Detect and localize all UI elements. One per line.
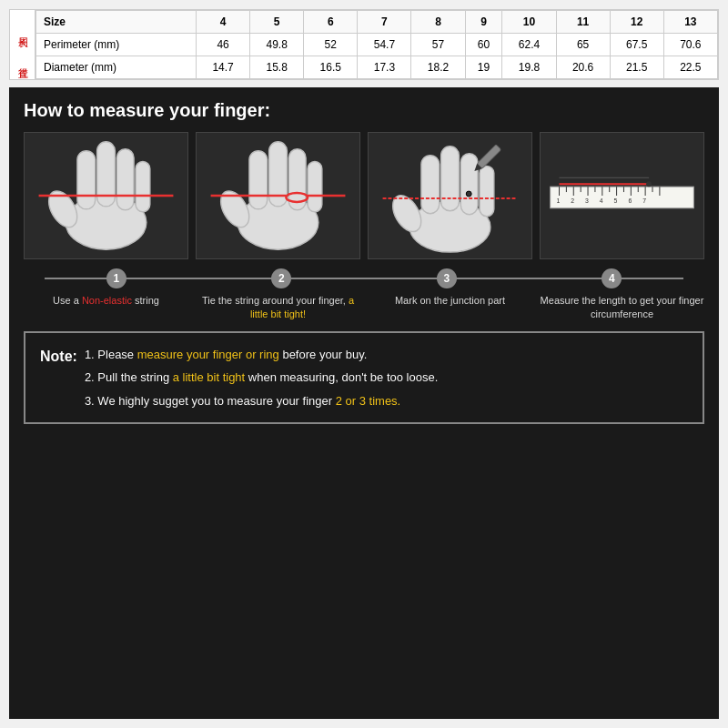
perimeter-11: 65: [556, 34, 610, 56]
header-5: 5: [250, 11, 304, 34]
note-3-highlight: 2 or 3 times.: [336, 394, 401, 408]
svg-rect-5: [116, 149, 134, 210]
table-row-perimeter: Perimeter (mm) 46 49.8 52 54.7 57 60 62.…: [36, 34, 718, 56]
diameter-8: 18.2: [411, 56, 465, 79]
step-1-label: Use a Non-elastic string: [24, 294, 188, 322]
header-8: 8: [411, 11, 465, 34]
perimeter-12: 67.5: [610, 34, 663, 56]
perimeter-label: Perimeter (mm): [36, 34, 197, 56]
steps-images-row: 1 2 3 4 5 6 7: [24, 132, 704, 259]
diameter-11: 20.6: [556, 56, 610, 79]
perimeter-13: 70.6: [663, 34, 717, 56]
diameter-10: 19.8: [502, 56, 556, 79]
svg-rect-21: [421, 156, 440, 214]
diameter-4: 14.7: [197, 56, 250, 79]
table-header-row: Size 4 5 6 7 8 9 10 11 12 13: [36, 11, 718, 34]
step-2-highlight: a little bit tight!: [250, 295, 354, 319]
header-size: Size: [36, 11, 197, 34]
svg-text:7: 7: [642, 197, 646, 204]
step-3-label: Mark on the junction part: [368, 294, 532, 322]
svg-text:1: 1: [557, 197, 561, 204]
perimeter-5: 49.8: [250, 34, 304, 56]
step-4-label: Measure the length to get your finger ci…: [540, 294, 704, 322]
note-section: Note: 1. Please measure your finger or r…: [24, 331, 704, 424]
perimeter-4: 46: [197, 34, 250, 56]
svg-point-27: [466, 191, 471, 197]
svg-rect-11: [249, 151, 268, 209]
step-4-image: 1 2 3 4 5 6 7: [540, 132, 704, 259]
size-table: Size 4 5 6 7 8 9 10 11 12 13 Perimeter (…: [35, 10, 718, 79]
header-13: 13: [663, 11, 717, 34]
measure-title: How to measure your finger:: [24, 100, 704, 121]
diameter-12: 21.5: [610, 56, 663, 79]
step-num-3: 3: [437, 268, 457, 288]
step-1-highlight: Non-elastic: [82, 295, 132, 306]
header-12: 12: [610, 11, 663, 34]
note-1-highlight: measure your finger or ring: [137, 348, 279, 361]
note-line-2: 2. Pull the string a little bit tight wh…: [85, 367, 438, 388]
svg-text:2: 2: [571, 197, 574, 204]
svg-rect-23: [460, 154, 478, 215]
svg-rect-22: [441, 147, 460, 211]
perimeter-9: 60: [465, 34, 502, 56]
perimeter-6: 52: [304, 34, 358, 56]
steps-labels-row: Use a Non-elastic string Tie the string …: [24, 294, 704, 322]
connector-row: 1 2 3 4: [24, 268, 704, 288]
svg-point-54: [646, 181, 652, 187]
svg-rect-3: [77, 151, 96, 209]
diameter-7: 17.3: [358, 56, 411, 79]
step-3-image: [368, 132, 532, 259]
svg-rect-24: [480, 166, 494, 216]
diameter-13: 22.5: [663, 56, 717, 79]
chinese-labels: 周长 直径: [10, 10, 35, 79]
note-content: 1. Please measure your finger or ring be…: [85, 344, 438, 411]
header-11: 11: [556, 11, 610, 34]
perimeter-10: 62.4: [502, 34, 556, 56]
svg-text:3: 3: [585, 197, 589, 204]
diameter-5: 15.8: [250, 56, 304, 79]
header-10: 10: [502, 11, 556, 34]
table-row-diameter: Diameter (mm) 14.7 15.8 16.5 17.3 18.2 1…: [36, 56, 718, 79]
step-2-label: Tie the string around your finger, a lit…: [196, 294, 360, 322]
svg-text:4: 4: [600, 197, 603, 204]
note-label: Note:: [40, 344, 77, 370]
step-num-2: 2: [271, 268, 291, 288]
diameter-label: Diameter (mm): [36, 56, 197, 79]
header-6: 6: [304, 11, 358, 34]
perimeter-8: 57: [411, 34, 465, 56]
header-4: 4: [197, 11, 250, 34]
step-num-4: 4: [602, 268, 622, 288]
diameter-6: 16.5: [304, 56, 358, 79]
header-7: 7: [358, 11, 411, 34]
perimeter-7: 54.7: [358, 34, 411, 56]
svg-rect-14: [308, 162, 322, 212]
measure-section: How to measure your finger:: [9, 87, 719, 719]
step-1-image: [24, 132, 188, 259]
note-2-highlight: a little bit tight: [173, 370, 246, 384]
diameter-9: 19: [465, 56, 502, 79]
svg-text:5: 5: [614, 197, 618, 204]
step-num-1: 1: [106, 268, 126, 288]
main-container: 周长 直径 Size 4 5 6 7 8 9 10 11 12 13: [0, 0, 728, 728]
note-line-3: 3. We highly sugget you to measure your …: [85, 390, 438, 411]
step-2-image: [196, 132, 360, 259]
svg-text:6: 6: [628, 197, 632, 204]
svg-rect-6: [136, 162, 150, 212]
header-9: 9: [465, 11, 502, 34]
note-line-1: 1. Please measure your finger or ring be…: [85, 344, 438, 365]
size-table-section: 周长 直径 Size 4 5 6 7 8 9 10 11 12 13: [9, 9, 719, 80]
